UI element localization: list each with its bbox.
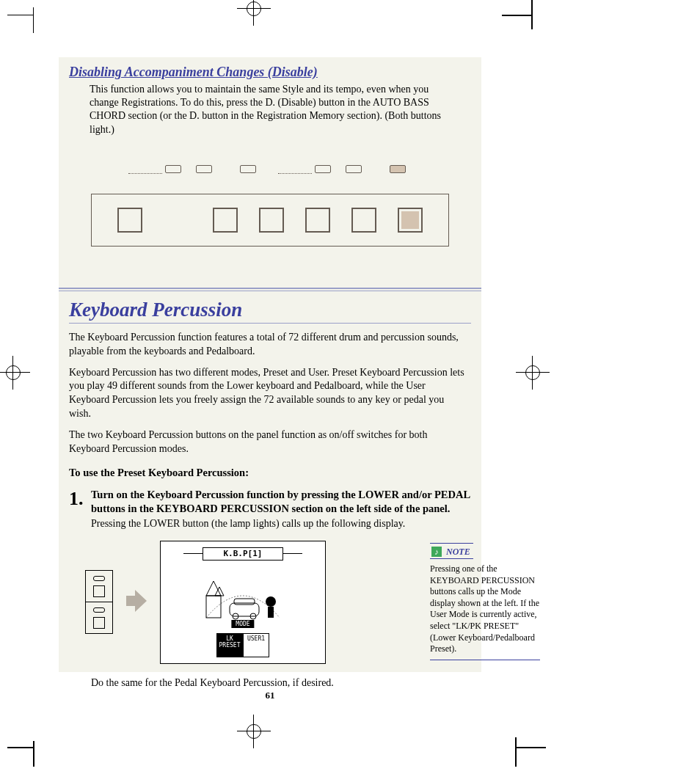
registration-mark-icon [525,365,540,380]
svg-rect-4 [230,603,259,616]
note-label: NOTE [445,547,472,557]
step-number: 1. [69,488,91,510]
registration-mark-icon [247,724,261,739]
svg-point-8 [266,596,276,607]
panel-button [346,165,362,173]
paragraph: Keyboard Percussion has two different mo… [59,359,481,422]
step-detail: Pressing the LOWER button (the lamp ligh… [91,517,471,530]
note-tag: ♪ NOTE [430,543,473,559]
button-icon [93,585,105,597]
manual-page: Disabling Accompaniment Changes (Disable… [59,57,481,672]
registration-memory-row [91,194,449,247]
panel-button [315,165,331,173]
crop-mark [515,737,517,767]
lcd-option-user: USER1 [243,633,269,657]
step-followup: Do the same for the Pedal Keyboard Percu… [59,664,481,689]
svg-marker-0 [126,590,147,612]
keyboard-percussion-buttons [85,570,113,634]
panel-small-buttons-row [59,161,481,175]
panel-square-button [117,208,142,233]
step-instruction: Turn on the Keyboard Percussion function… [91,488,471,516]
panel-button [240,165,256,173]
lower-button [86,571,112,602]
crop-mark [33,7,34,33]
panel-button [196,165,212,173]
panel-button-disable [390,165,406,173]
note-text: Pressing one of the KEYBOARD PERCUSSION … [430,563,540,660]
panel-square-button [351,208,376,233]
panel-square-button-disable [398,208,423,233]
svg-marker-3 [215,587,224,596]
registration-mark-icon [6,365,21,380]
crop-mark [7,15,33,15]
svg-rect-1 [206,596,221,618]
step-1: 1. Turn on the Keyboard Percussion funct… [59,479,481,530]
page-number: 61 [59,690,481,701]
connector-line [278,173,312,174]
section-title-disable: Disabling Accompaniment Changes (Disable… [59,57,481,80]
crop-mark [502,15,531,16]
panel-square-button [259,208,284,233]
lcd-display: K.B.P[1] MODE LK PRESET USE [160,541,326,664]
lcd-tab-label: K.B.P[1] [203,547,283,561]
panel-square-button [305,208,330,233]
connector-line [128,173,162,174]
paragraph: The Keyboard Percussion function feature… [59,324,481,359]
lcd-option-preset: LK PRESET [216,633,243,657]
led-icon [93,576,105,581]
note-icon: ♪ [431,547,442,557]
crop-mark [33,741,34,767]
howto-heading: To use the Preset Keyboard Percussion: [59,456,481,479]
lcd-mode-label: MODE [231,620,254,628]
panel-square-button [213,208,238,233]
svg-rect-7 [234,599,255,605]
section-divider [59,288,481,291]
section-body-disable: This function allows you to maintain the… [59,80,481,139]
diagram-row: K.B.P[1] MODE LK PRESET USE [59,530,481,664]
paragraph: The two Keyboard Percussion buttons on t… [59,421,481,456]
note-callout: ♪ NOTE Pressing one of the KEYBOARD PERC… [430,543,540,660]
pedal-button [86,602,112,633]
panel-button [165,165,181,173]
crop-mark [531,0,533,29]
crop-mark [7,747,33,748]
button-icon [93,617,105,629]
svg-rect-9 [268,607,274,618]
registration-mark-icon [247,1,261,16]
section-title-keyboard-percussion: Keyboard Percussion [59,297,481,323]
crop-mark [517,747,546,748]
arrow-right-icon [126,588,147,616]
led-icon [93,607,105,613]
